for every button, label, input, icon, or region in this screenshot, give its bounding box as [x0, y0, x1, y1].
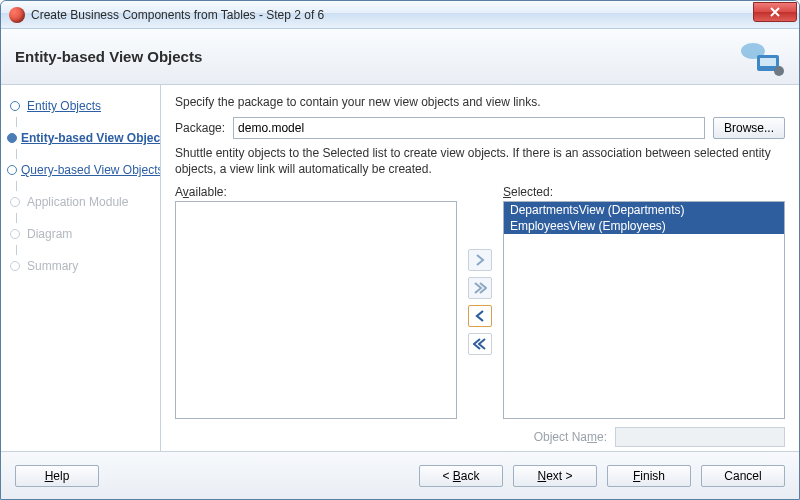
double-chevron-right-icon — [473, 281, 487, 295]
step-label: Query-based View Objects — [21, 163, 161, 177]
header-graphic-icon — [731, 37, 785, 77]
package-input[interactable] — [233, 117, 705, 139]
package-label: Package: — [175, 121, 225, 135]
page-title: Entity-based View Objects — [15, 48, 202, 65]
object-name-row: Object Name: — [175, 427, 785, 447]
instruction-text: Specify the package to contain your new … — [175, 95, 785, 109]
selected-column: Selected: DepartmentsView (Departments) … — [503, 185, 785, 419]
step-query-based-view-objects[interactable]: Query-based View Objects — [1, 159, 154, 181]
shuttle-instruction: Shuttle entity objects to the Selected l… — [175, 145, 785, 177]
object-name-input — [615, 427, 785, 447]
move-right-button[interactable] — [468, 249, 492, 271]
step-diagram: Diagram — [1, 223, 154, 245]
step-entity-objects[interactable]: Entity Objects — [1, 95, 154, 117]
step-application-module: Application Module — [1, 191, 154, 213]
finish-button[interactable]: Finish — [607, 465, 691, 487]
selected-label: Selected: — [503, 185, 785, 199]
move-all-right-button[interactable] — [468, 277, 492, 299]
list-item[interactable]: DepartmentsView (Departments) — [504, 202, 784, 218]
wizard-header: Entity-based View Objects — [1, 29, 799, 85]
step-label: Entity Objects — [27, 99, 101, 113]
double-chevron-left-icon — [473, 337, 487, 351]
app-icon — [9, 7, 25, 23]
close-icon — [769, 6, 781, 18]
shuttle-buttons — [465, 185, 495, 419]
list-item[interactable]: EmployeesView (Employees) — [504, 218, 784, 234]
step-label: Summary — [27, 259, 78, 273]
titlebar: Create Business Components from Tables -… — [1, 1, 799, 29]
step-summary: Summary — [1, 255, 154, 277]
step-entity-based-view-objects[interactable]: Entity-based View Objects — [1, 127, 154, 149]
object-name-label: Object Name: — [534, 430, 607, 444]
step-label: Application Module — [27, 195, 128, 209]
help-button[interactable]: Help — [15, 465, 99, 487]
available-column: Available: — [175, 185, 457, 419]
close-button[interactable] — [753, 2, 797, 22]
back-button[interactable]: < Back — [419, 465, 503, 487]
main-panel: Specify the package to contain your new … — [161, 85, 799, 451]
wizard-body: Entity Objects Entity-based View Objects… — [1, 85, 799, 451]
package-row: Package: Browse... — [175, 117, 785, 139]
wizard-window: Create Business Components from Tables -… — [0, 0, 800, 500]
svg-point-3 — [774, 66, 784, 76]
browse-button[interactable]: Browse... — [713, 117, 785, 139]
chevron-right-icon — [473, 253, 487, 267]
wizard-footer: Help < Back Next > Finish Cancel — [1, 451, 799, 499]
chevron-left-icon — [473, 309, 487, 323]
window-title: Create Business Components from Tables -… — [31, 8, 753, 22]
cancel-button[interactable]: Cancel — [701, 465, 785, 487]
available-listbox[interactable] — [175, 201, 457, 419]
selected-listbox[interactable]: DepartmentsView (Departments) EmployeesV… — [503, 201, 785, 419]
move-all-left-button[interactable] — [468, 333, 492, 355]
available-label: Available: — [175, 185, 457, 199]
shuttle: Available: Selected: DepartmentsView (De… — [175, 185, 785, 419]
step-sidebar: Entity Objects Entity-based View Objects… — [1, 85, 161, 451]
next-button[interactable]: Next > — [513, 465, 597, 487]
step-label: Entity-based View Objects — [21, 131, 161, 145]
move-left-button[interactable] — [468, 305, 492, 327]
svg-rect-2 — [760, 58, 776, 66]
step-label: Diagram — [27, 227, 72, 241]
